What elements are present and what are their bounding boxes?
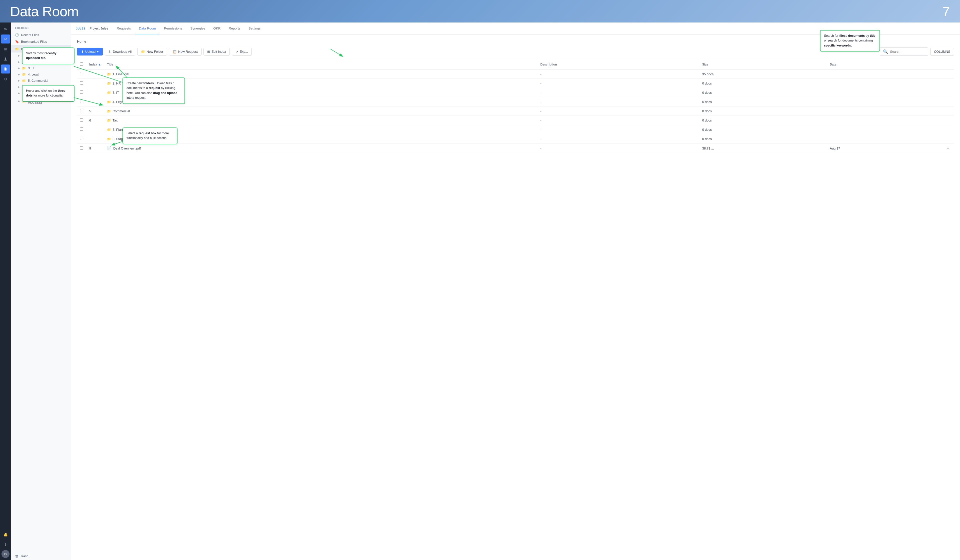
subfolder-2[interactable]: ▶ 📁 2. HR (11, 59, 71, 65)
row-size: 35 docs (699, 69, 827, 79)
row-desc: - (538, 69, 699, 79)
row-checkbox[interactable] (80, 81, 83, 85)
row-desc: - (538, 134, 699, 144)
row-checkbox[interactable] (80, 146, 83, 149)
info-icon[interactable]: ℹ (1, 540, 10, 549)
data-table: Index ▲ Title Description Size Date (77, 60, 954, 153)
folder-icon: 📁 (22, 66, 26, 70)
new-folder-button[interactable]: 📁 New Folder (137, 48, 167, 56)
row-checkbox[interactable] (80, 109, 83, 112)
row-checkbox[interactable] (80, 91, 83, 94)
user-avatar[interactable]: D (2, 550, 10, 558)
upload-button[interactable]: ⬆ Upload ▾ (77, 48, 103, 56)
row-desc: - (538, 79, 699, 88)
subfolder-3[interactable]: ▶ 📁 3. IT (11, 65, 71, 71)
toolbar: ⬆ Upload ▾ ⬇ Download All 📁 New Folder 📋 (77, 48, 954, 56)
row-checkbox[interactable] (80, 72, 83, 75)
search-box[interactable]: 🔍 (880, 48, 928, 56)
home-folder-icon: 📁 (15, 47, 19, 51)
page-number: 7 (942, 3, 950, 19)
folder-panel: FOLDERS 🕐 Recent Files 🔖 Bookmarked File… (11, 22, 71, 560)
export-icon: ↗ (235, 50, 238, 53)
document-icon[interactable] (1, 64, 10, 74)
row-title[interactable]: 📁8. Staging (NO BUYER ACCESS) (104, 134, 537, 144)
edit-index-button[interactable]: ⊞ Edit Index (203, 48, 230, 56)
row-size: 0 docs (699, 88, 827, 97)
row-title[interactable]: 📄Deal Overview .pdf (104, 144, 537, 153)
tab-requests[interactable]: Requests (113, 23, 134, 34)
project-label: JULES (76, 27, 85, 30)
row-date (827, 107, 944, 116)
search-input[interactable] (890, 50, 925, 53)
select-all-checkbox[interactable] (80, 62, 83, 66)
subfolder-6[interactable]: ▶ 📁 6. Tax (11, 84, 71, 90)
folder-icon: 📁 (22, 60, 26, 64)
row-checkbox[interactable] (80, 100, 83, 103)
row-checkbox[interactable] (80, 137, 83, 140)
row-date (827, 79, 944, 88)
index-column-header[interactable]: Index ▲ (86, 60, 104, 69)
row-index (86, 134, 104, 144)
expand-icon[interactable]: ≫ (1, 24, 10, 34)
tab-reports[interactable]: Reports (225, 23, 244, 34)
clock-icon: 🕐 (15, 33, 19, 37)
home-folder-item[interactable]: 📁 Home ••• (11, 45, 71, 53)
subfolder-1[interactable]: ▶ 📁 1. Financial (11, 53, 71, 59)
columns-button[interactable]: COLUMNS (930, 48, 954, 56)
row-title[interactable]: 📁4. Legal (104, 97, 537, 107)
folder-icon: 📁 (22, 99, 26, 103)
row-title[interactable]: 📁1. Financial (104, 69, 537, 79)
grid-icon[interactable]: ⊞ (1, 45, 10, 53)
row-title[interactable]: 📁2. HR (104, 79, 537, 88)
row-title[interactable]: 📁7. Plan (104, 125, 537, 134)
row-desc: - (538, 97, 699, 107)
home-dots-button[interactable]: ••• (62, 46, 67, 51)
table-row: 📁2. HR - 0 docs (77, 79, 954, 88)
gear-icon[interactable]: ⚙ (1, 75, 10, 83)
table-row: 📁7. Plan - 0 docs (77, 125, 954, 134)
table-row: 9 📄Deal Overview .pdf - 38.71 ... Aug 17… (77, 144, 954, 153)
row-size: 0 docs (699, 79, 827, 88)
tab-synergies[interactable]: Synergies (187, 23, 209, 34)
row-index (86, 69, 104, 79)
row-title[interactable]: 📁3. IT (104, 88, 537, 97)
row-checkbox[interactable] (80, 128, 83, 131)
avatar-icon[interactable]: D (1, 35, 10, 43)
caret-icon: ▶ (18, 100, 20, 102)
download-all-button[interactable]: ⬇ Download All (105, 48, 135, 56)
bell-icon[interactable]: 🔔 (1, 530, 10, 539)
tab-okr[interactable]: OKR (210, 23, 224, 34)
row-title[interactable]: 📁Tax (104, 116, 537, 125)
row-size: 0 docs (699, 125, 827, 134)
folder-icon: 📁 (107, 91, 111, 94)
header-banner: Data Room 7 (0, 0, 960, 22)
row-actions-icon[interactable]: ≡ (947, 147, 949, 150)
date-column-header: Date (827, 60, 944, 69)
subfolder-7[interactable]: ▶ 📁 7. Plan (11, 90, 71, 96)
bookmarked-files-item[interactable]: 🔖 Bookmarked Files (11, 38, 71, 45)
export-button[interactable]: ↗ Exp... (232, 48, 252, 56)
recent-files-item[interactable]: 🕐 Recent Files (11, 32, 71, 38)
search-icon: 🔍 (883, 49, 888, 54)
trash-item[interactable]: 🗑 Trash (11, 552, 71, 560)
people-icon[interactable] (1, 54, 10, 64)
tab-dataroom[interactable]: Data Room (135, 23, 159, 34)
tab-permissions[interactable]: Permissions (160, 23, 186, 34)
row-checkbox[interactable] (80, 118, 83, 122)
new-request-button[interactable]: 📋 New Request (169, 48, 202, 56)
tab-settings[interactable]: Settings (245, 23, 264, 34)
edit-icon: ⊞ (207, 50, 210, 53)
request-icon: 📋 (173, 50, 177, 53)
subfolder-8[interactable]: ▶ 📁 8. Staging (NO BUYER ACCESS) (11, 96, 71, 106)
table-row: 📁4. Legal - 6 docs (77, 97, 954, 107)
caret-icon: ▶ (18, 73, 20, 76)
caret-icon: ▶ (18, 67, 20, 69)
row-title[interactable]: 📁Commercial (104, 107, 537, 116)
subfolder-5[interactable]: ▶ 📁 5. Commercial (11, 77, 71, 84)
folder-icon: 📁 (107, 72, 111, 76)
project-name: Project Jules (90, 27, 108, 30)
caret-icon: ▶ (18, 92, 20, 94)
page-title: Data Room (10, 3, 78, 19)
row-date (827, 69, 944, 79)
subfolder-4[interactable]: ▶ 📁 4. Legal (11, 71, 71, 77)
